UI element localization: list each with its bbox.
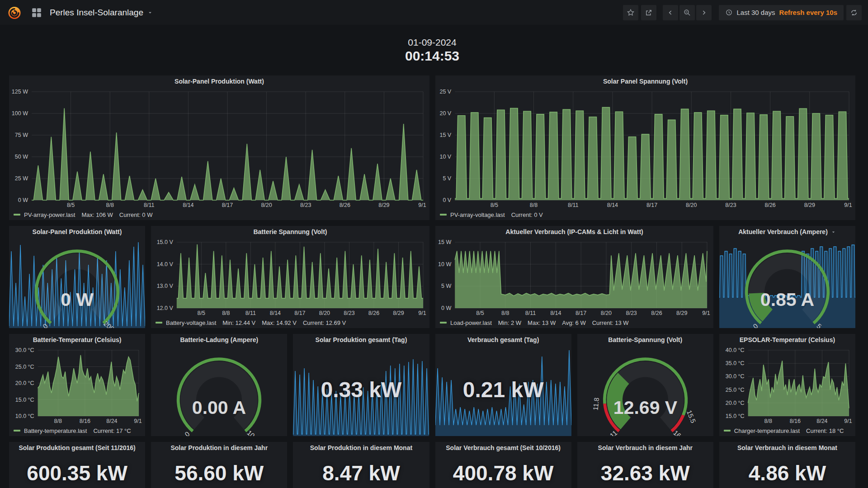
panel-title[interactable]: Solar Produktion in diesem Jahr <box>151 442 287 454</box>
panel-load-day-stat: Verbrauch gesamt (Tag) 0.21 kW <box>435 334 571 436</box>
svg-text:0 W: 0 W <box>18 197 28 203</box>
legend-stat: Current: 0 W <box>119 211 153 218</box>
refresh-button[interactable] <box>846 5 862 20</box>
panel-title-charger-temp[interactable]: EPSOLAR-Temperatur (Celsius) <box>719 334 855 346</box>
panel-title-pv-voltage[interactable]: Solar Panel Spannung (Volt) <box>435 75 855 87</box>
panel-title-load-power[interactable]: Aktueller Verbrauch (IP-CAMs & Licht in … <box>435 226 713 238</box>
svg-text:8/5: 8/5 <box>67 202 75 208</box>
svg-text:8/14: 8/14 <box>550 310 561 316</box>
svg-text:8/29: 8/29 <box>378 202 389 208</box>
svg-text:0.00 A: 0.00 A <box>192 397 246 418</box>
panel-stat-total-consumption: Solar Verbrauch gesamt (Seit 10/2016) 40… <box>435 442 571 488</box>
panel-title[interactable]: Solar Verbrauch in diesem Monat <box>719 442 855 454</box>
time-back-button[interactable] <box>663 5 678 20</box>
svg-text:15.0 °C: 15.0 °C <box>15 397 34 403</box>
svg-text:8/14: 8/14 <box>270 310 281 316</box>
svg-text:5 V: 5 V <box>443 175 451 182</box>
legend-series-name[interactable]: Charger-temperature.last <box>734 427 800 434</box>
panel-title[interactable]: Solar Produktion gesamt (Seit 11/2016) <box>9 442 145 454</box>
svg-text:8/14: 8/14 <box>607 202 618 208</box>
svg-text:8/11: 8/11 <box>525 310 536 316</box>
stat-value: 32.63 kW <box>577 461 713 485</box>
svg-text:35.0 °C: 35.0 °C <box>726 360 745 366</box>
panel-pv-voltage-graph: Solar Panel Spannung (Volt) 0 V5 V10 V15… <box>435 75 855 220</box>
panel-title-battery-temp[interactable]: Batterie-Temperatur (Celsius) <box>9 334 145 346</box>
svg-text:9/1: 9/1 <box>844 418 852 424</box>
panel-title-text: Solar Panel Spannung (Volt) <box>603 78 688 85</box>
caret-down-icon[interactable] <box>830 229 836 235</box>
svg-text:8/17: 8/17 <box>576 310 586 316</box>
panel-charger-temp-graph: EPSOLAR-Temperatur (Celsius) 15.0 °C20.0… <box>719 334 855 436</box>
panel-title[interactable]: Solar Verbrauch gesamt (Seit 10/2016) <box>435 442 571 454</box>
svg-text:125 W: 125 W <box>12 89 28 95</box>
svg-text:8/5: 8/5 <box>476 310 484 316</box>
legend-series-marker <box>156 322 162 324</box>
svg-text:40.0 °C: 40.0 °C <box>726 347 745 353</box>
svg-text:8/11: 8/11 <box>144 202 154 208</box>
panel-title-amp-gauge[interactable]: Aktueller Verbrauch (Ampere) <box>719 226 855 238</box>
panel-title-pv-power[interactable]: Solar-Panel Produktion (Watt) <box>9 75 429 87</box>
refresh-interval-label[interactable]: Refresh every 10s <box>779 9 837 16</box>
svg-text:50 W: 50 W <box>15 154 28 160</box>
svg-text:8/20: 8/20 <box>261 202 272 208</box>
panel-battery-temp-graph: Batterie-Temperatur (Celsius) 10.0 °C15.… <box>9 334 145 436</box>
time-range-label: Last 30 days <box>737 9 775 16</box>
panel-title-text: Solar-Panel Produktion (Watt) <box>33 228 122 235</box>
legend-series-name[interactable]: Battery-temperature.last <box>24 427 87 434</box>
svg-text:0.85 A: 0.85 A <box>760 289 814 310</box>
panel-battery-voltage-graph: Batterie Spannung (Volt) 12.0 V13.0 V14.… <box>151 226 429 328</box>
panel-title-battery-voltage[interactable]: Batterie Spannung (Volt) <box>151 226 429 238</box>
stat-value: 400.78 kW <box>435 461 571 485</box>
svg-text:5 W: 5 W <box>441 283 451 289</box>
panel-stat-consumption-year: Solar Verbrauch in diesem Jahr 32.63 kW <box>577 442 713 488</box>
legend-series-name[interactable]: Load-power.last <box>450 319 492 326</box>
navbar: Perles Insel-Solaranlage <box>0 0 868 25</box>
time-range-picker[interactable]: Last 30 days Refresh every 10s <box>719 5 844 20</box>
svg-text:5: 5 <box>815 322 823 328</box>
stat-value: 4.86 kW <box>719 461 855 485</box>
svg-text:8/17: 8/17 <box>222 202 233 208</box>
panel-title-text: Solar-Panel Produktion (Watt) <box>175 78 264 85</box>
solar-day-value: 0.33 kW <box>293 377 429 402</box>
charger-temp-legend: Charger-temperature.lastCurrent: 18 °C <box>719 425 855 436</box>
panel-title-pv-power-gauge[interactable]: Solar-Panel Produktion (Watt) <box>9 226 145 238</box>
zoom-out-button[interactable] <box>679 5 695 20</box>
svg-text:100 W: 100 W <box>12 110 28 117</box>
panel-title-text: Batterie-Temperatur (Celsius) <box>33 336 122 343</box>
legend-series-name[interactable]: PV-array-voltage.last <box>450 211 505 218</box>
share-button[interactable] <box>641 5 656 20</box>
legend-series-name[interactable]: Battery-voltage.last <box>166 319 216 326</box>
dashboard-title-dropdown[interactable]: Perles Insel-Solaranlage <box>50 8 153 18</box>
svg-text:8/8: 8/8 <box>501 310 509 316</box>
battery-voltage-legend: Battery-voltage.lastMin: 12.44 VMax: 14.… <box>151 317 429 328</box>
battery-charge-gauge: 0100.00 A <box>151 346 287 436</box>
star-button[interactable] <box>623 5 638 20</box>
svg-text:75 W: 75 W <box>15 132 28 138</box>
panel-title-text: Aktueller Verbrauch (IP-CAMs & Licht in … <box>505 228 643 235</box>
pv-voltage-chart: 0 V5 V10 V15 V20 V25 V8/58/88/118/148/17… <box>435 87 855 209</box>
svg-text:8/26: 8/26 <box>651 310 662 316</box>
panel-title-solar-day[interactable]: Solar Produktion gesamt (Tag) <box>293 334 429 346</box>
legend-stat: Current: 17 °C <box>93 427 131 434</box>
panel-stat-consumption-month: Solar Verbrauch in diesem Monat 4.86 kW <box>719 442 855 488</box>
svg-text:8/26: 8/26 <box>368 310 379 316</box>
panel-title-battery-voltage-gauge[interactable]: Batterie-Spannung (Volt) <box>577 334 713 346</box>
legend-series-name[interactable]: PV-array-power.last <box>24 211 75 218</box>
panel-title-load-day[interactable]: Verbrauch gesamt (Tag) <box>435 334 571 346</box>
svg-text:8/26: 8/26 <box>764 202 775 208</box>
panel-title[interactable]: Solar Verbrauch in diesem Jahr <box>577 442 713 454</box>
svg-text:13.0 V: 13.0 V <box>157 283 174 289</box>
legend-stat: Min: 12.44 V <box>222 319 255 326</box>
legend-stat: Max: 13 W <box>528 319 556 326</box>
time-forward-button[interactable] <box>696 5 712 20</box>
panel-title-battery-charge[interactable]: Batterie-Ladung (Ampere) <box>151 334 287 346</box>
panel-title[interactable]: Solar Produktion in diesem Monat <box>293 442 429 454</box>
stat-value: 56.60 kW <box>151 461 287 485</box>
svg-text:9/1: 9/1 <box>134 418 142 424</box>
svg-text:0: 0 <box>183 430 191 436</box>
dashboards-grid-icon[interactable] <box>29 5 44 20</box>
clock-time: 00:14:53 <box>405 48 459 64</box>
svg-text:9/1: 9/1 <box>418 202 426 208</box>
svg-text:0 W: 0 W <box>61 289 94 310</box>
grafana-logo-icon[interactable] <box>6 5 23 21</box>
